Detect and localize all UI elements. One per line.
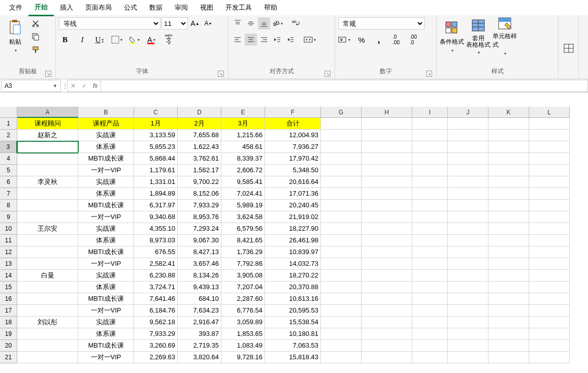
cell-L21[interactable] xyxy=(529,352,570,363)
menu-item-9[interactable]: 帮助 xyxy=(258,0,283,15)
cell-K21[interactable] xyxy=(488,352,529,363)
cell-K16[interactable] xyxy=(488,293,529,305)
cell-G3[interactable] xyxy=(321,141,362,153)
cut-button[interactable] xyxy=(29,17,42,29)
cell-C10[interactable]: 4,355.10 xyxy=(134,223,178,235)
cell-H14[interactable] xyxy=(362,270,412,282)
cell-A2[interactable]: 赵新之 xyxy=(17,130,78,141)
cell-J6[interactable] xyxy=(448,176,488,188)
cell-L2[interactable] xyxy=(529,130,570,141)
cell-H13[interactable] xyxy=(362,258,412,270)
cell-B9[interactable]: 一对一VIP xyxy=(78,211,134,223)
cell-B20[interactable]: MBTI成长课 xyxy=(78,340,134,352)
merge-center-button[interactable] xyxy=(304,34,316,46)
cell-J14[interactable] xyxy=(448,270,488,282)
cell-C14[interactable]: 6,230.88 xyxy=(134,270,178,282)
cell-F6[interactable]: 20,616.64 xyxy=(265,176,321,188)
cell-I16[interactable] xyxy=(412,293,448,305)
col-header-I[interactable]: I xyxy=(412,107,448,118)
row-header-15[interactable]: 15 xyxy=(0,282,17,293)
cell-A10[interactable]: 王尔安 xyxy=(17,223,78,235)
cell-F10[interactable]: 18,227.90 xyxy=(265,223,321,235)
cell-G15[interactable] xyxy=(321,282,362,293)
cell-E12[interactable]: 1,736.29 xyxy=(221,246,265,258)
cell-K13[interactable] xyxy=(488,258,529,270)
italic-button[interactable]: I xyxy=(76,34,88,46)
cell-E9[interactable]: 3,624.58 xyxy=(221,211,265,223)
cell-F20[interactable]: 7,063.53 xyxy=(265,340,321,352)
cell-K15[interactable] xyxy=(488,282,529,293)
cell-A4[interactable] xyxy=(17,153,78,165)
cell-B14[interactable]: 实战课 xyxy=(78,270,134,282)
cell-A14[interactable]: 白曼 xyxy=(17,270,78,282)
cell-C5[interactable]: 1,179.61 xyxy=(134,165,178,176)
align-middle-button[interactable] xyxy=(245,17,257,29)
decrease-decimal-button[interactable]: .00.0 xyxy=(407,34,419,46)
cell-E20[interactable]: 1,083.49 xyxy=(221,340,265,352)
cell-F14[interactable]: 18,270.22 xyxy=(265,270,321,282)
row-header-17[interactable]: 17 xyxy=(0,305,17,317)
col-header-G[interactable]: G xyxy=(321,107,362,118)
align-center-button[interactable] xyxy=(245,34,257,46)
row-header-16[interactable]: 16 xyxy=(0,293,17,305)
cell-G16[interactable] xyxy=(321,293,362,305)
cell-B8[interactable]: MBTI成长课 xyxy=(78,200,134,211)
cell-G19[interactable] xyxy=(321,328,362,340)
cell-F11[interactable]: 26,461.98 xyxy=(265,235,321,246)
cell-D21[interactable]: 3,820.64 xyxy=(178,352,221,363)
increase-font-button[interactable]: A▲ xyxy=(189,17,201,29)
decrease-font-button[interactable]: A▼ xyxy=(202,17,214,29)
cell-B21[interactable]: 一对一VIP xyxy=(78,352,134,363)
cell-I17[interactable] xyxy=(412,305,448,317)
cell-D15[interactable]: 9,439.13 xyxy=(178,282,221,293)
row-header-5[interactable]: 5 xyxy=(0,165,17,176)
cell-K20[interactable] xyxy=(488,340,529,352)
cell-L18[interactable] xyxy=(529,317,570,328)
cell-E15[interactable]: 7,207.04 xyxy=(221,282,265,293)
cancel-formula-icon[interactable]: ✕ xyxy=(71,82,76,89)
cell-J5[interactable] xyxy=(448,165,488,176)
cell-D18[interactable]: 2,916.47 xyxy=(178,317,221,328)
cell-B15[interactable]: 体系课 xyxy=(78,282,134,293)
cell-I11[interactable] xyxy=(412,235,448,246)
cell-A3[interactable] xyxy=(17,141,78,153)
row-header-19[interactable]: 19 xyxy=(0,328,17,340)
cell-L6[interactable] xyxy=(529,176,570,188)
increase-indent-button[interactable] xyxy=(284,34,297,46)
cell-E19[interactable]: 1,853.65 xyxy=(221,328,265,340)
cell-H18[interactable] xyxy=(362,317,412,328)
cell-F5[interactable]: 5,348.50 xyxy=(265,165,321,176)
cell-H2[interactable] xyxy=(362,130,412,141)
cell-E2[interactable]: 1,215.66 xyxy=(221,130,265,141)
cell-I9[interactable] xyxy=(412,211,448,223)
cell-H10[interactable] xyxy=(362,223,412,235)
border-button[interactable] xyxy=(111,34,123,46)
cell-A11[interactable] xyxy=(17,235,78,246)
enter-formula-icon[interactable]: ✓ xyxy=(82,82,87,89)
cell-E10[interactable]: 6,579.56 xyxy=(221,223,265,235)
cell-H6[interactable] xyxy=(362,176,412,188)
insert-function-icon[interactable]: fx xyxy=(93,82,97,89)
cell-I3[interactable] xyxy=(412,141,448,153)
cell-F3[interactable]: 7,936.27 xyxy=(265,141,321,153)
cell-H9[interactable] xyxy=(362,211,412,223)
cell-F16[interactable]: 10,613.16 xyxy=(265,293,321,305)
cell-L14[interactable] xyxy=(529,270,570,282)
cell-H7[interactable] xyxy=(362,188,412,200)
decrease-indent-button[interactable] xyxy=(271,34,283,46)
cell-K14[interactable] xyxy=(488,270,529,282)
cell-K4[interactable] xyxy=(488,153,529,165)
row-header-6[interactable]: 6 xyxy=(0,176,17,188)
cell-I14[interactable] xyxy=(412,270,448,282)
cell-J9[interactable] xyxy=(448,211,488,223)
cell-E11[interactable]: 8,421.65 xyxy=(221,235,265,246)
cell-C12[interactable]: 676.55 xyxy=(134,246,178,258)
cell-K9[interactable] xyxy=(488,211,529,223)
cell-L8[interactable] xyxy=(529,200,570,211)
cell-G2[interactable] xyxy=(321,130,362,141)
menu-item-7[interactable]: 视图 xyxy=(194,0,219,15)
cell-B12[interactable]: MBTI成长课 xyxy=(78,246,134,258)
cell-A8[interactable] xyxy=(17,200,78,211)
cell-D19[interactable]: 393.87 xyxy=(178,328,221,340)
cell-L1[interactable] xyxy=(529,118,570,130)
